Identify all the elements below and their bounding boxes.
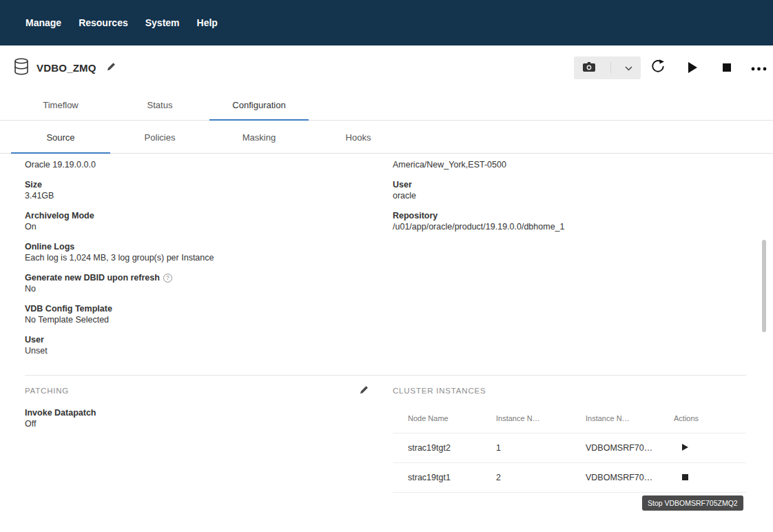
- actions-cell: [674, 463, 746, 493]
- field-value: No Template Selected: [25, 314, 369, 325]
- row-start-button[interactable]: [674, 443, 688, 453]
- snapshot-button[interactable]: [574, 57, 641, 79]
- field-value: 3.41GB: [25, 190, 369, 201]
- nav-item-system[interactable]: System: [145, 17, 180, 28]
- field-user: User Unset: [25, 334, 369, 356]
- field-timezone: America/New_York,EST-0500: [393, 159, 746, 170]
- edit-title-button[interactable]: [106, 61, 116, 74]
- field-label: VDB Config Template: [25, 303, 369, 314]
- source-details: Oracle 19.19.0.0.0 Size 3.41GB Archivelo…: [0, 154, 773, 493]
- instance-number-cell: 1: [496, 433, 586, 463]
- pencil-icon: [359, 385, 369, 398]
- field-value: Oracle 19.19.0.0.0: [25, 159, 369, 170]
- instance-number-cell: 2: [496, 463, 586, 493]
- field-oracle-version: Oracle 19.19.0.0.0: [25, 159, 369, 170]
- pencil-icon: [106, 61, 116, 74]
- start-button[interactable]: [675, 62, 710, 73]
- field-invoke-datapatch: Invoke Datapatch Off: [25, 407, 369, 429]
- vertical-scrollbar[interactable]: [762, 240, 766, 332]
- field-value: Unset: [25, 345, 369, 356]
- field-label-text: Generate new DBID upon refresh: [25, 273, 160, 283]
- tooltip: Stop VDBOMSRF705ZMQ2: [642, 495, 743, 511]
- cluster-instances-section: CLUSTER INSTANCES Node Name Instance N… …: [393, 385, 746, 493]
- column-header-instance-name: Instance N…: [586, 405, 674, 433]
- stop-button[interactable]: [710, 63, 744, 72]
- stop-icon: [682, 474, 688, 480]
- help-icon[interactable]: [163, 274, 172, 283]
- patching-header: PATCHING: [25, 385, 369, 396]
- camera-icon: [582, 61, 596, 75]
- field-label: Size: [25, 179, 369, 190]
- subtab-masking[interactable]: Masking: [209, 121, 309, 153]
- ellipsis-icon: [751, 61, 767, 74]
- main-tabs: Timeflow Status Configuration: [0, 90, 773, 121]
- more-actions-button[interactable]: [744, 61, 773, 74]
- column-header-instance-number: Instance N…: [496, 405, 586, 433]
- nav-item-help[interactable]: Help: [197, 17, 218, 28]
- field-value: Each log is 1,024 MB, 3 log group(s) per…: [25, 252, 369, 263]
- page-title: VDBO_ZMQ: [37, 62, 96, 74]
- actions-cell: [674, 433, 746, 463]
- details-left-column: Oracle 19.19.0.0.0 Size 3.41GB Archivelo…: [25, 159, 369, 365]
- refresh-button[interactable]: [641, 59, 675, 76]
- cluster-instances-table: Node Name Instance N… Instance N… Action…: [393, 405, 746, 493]
- field-label: User: [25, 334, 369, 345]
- header-left: VDBO_ZMQ: [14, 58, 116, 78]
- field-label: User: [393, 179, 746, 190]
- subtab-hooks[interactable]: Hooks: [309, 121, 408, 153]
- tab-status[interactable]: Status: [110, 90, 209, 120]
- field-value: Off: [25, 418, 369, 429]
- row-stop-button[interactable]: [674, 473, 688, 482]
- node-name-cell: strac19tgt2: [393, 433, 496, 463]
- field-generate-dbid: Generate new DBID upon refresh No: [25, 272, 369, 294]
- field-label: Generate new DBID upon refresh: [25, 272, 369, 283]
- section-title: CLUSTER INSTANCES: [393, 387, 486, 395]
- instance-name-cell: VDBOMSRF70…: [586, 463, 674, 493]
- chevron-down-icon[interactable]: [625, 61, 632, 74]
- details-right-column: America/New_York,EST-0500 User oracle Re…: [393, 159, 746, 365]
- field-vdb-config-template: VDB Config Template No Template Selected: [25, 303, 369, 325]
- cluster-instances-header: CLUSTER INSTANCES: [393, 385, 746, 396]
- section-title: PATCHING: [25, 387, 69, 395]
- stop-icon: [723, 63, 731, 72]
- bottom-sections: PATCHING Invoke Datapatch Off: [25, 375, 746, 493]
- field-value: America/New_York,EST-0500: [393, 159, 746, 170]
- table-header-row: Node Name Instance N… Instance N… Action…: [393, 405, 746, 433]
- field-value: /u01/app/oracle/product/19.19.0.0/dbhome…: [393, 221, 746, 232]
- patching-section: PATCHING Invoke Datapatch Off: [25, 385, 369, 493]
- tab-configuration[interactable]: Configuration: [209, 90, 309, 120]
- nav-item-resources[interactable]: Resources: [79, 17, 128, 28]
- field-label: Repository: [393, 210, 746, 221]
- field-env-user: User oracle: [393, 179, 746, 201]
- field-online-logs: Online Logs Each log is 1,024 MB, 3 log …: [25, 241, 369, 263]
- detail-columns: Oracle 19.19.0.0.0 Size 3.41GB Archivelo…: [0, 159, 773, 365]
- top-nav: Manage Resources System Help: [0, 0, 773, 45]
- nav-item-manage[interactable]: Manage: [25, 17, 61, 28]
- database-icon: [14, 58, 29, 78]
- divider: [610, 62, 611, 73]
- config-subtabs: Source Policies Masking Hooks: [0, 121, 773, 154]
- column-header-node-name: Node Name: [393, 405, 496, 433]
- column-header-actions: Actions: [674, 405, 746, 433]
- field-value: No: [25, 283, 369, 294]
- field-label: Online Logs: [25, 241, 369, 252]
- field-value: On: [25, 221, 369, 232]
- field-size: Size 3.41GB: [25, 179, 369, 201]
- instance-name-cell: VDBOMSRF70…: [586, 433, 674, 463]
- field-label: Invoke Datapatch: [25, 407, 369, 418]
- subtab-policies[interactable]: Policies: [110, 121, 209, 153]
- field-repository: Repository /u01/app/oracle/product/19.19…: [393, 210, 746, 232]
- edit-patching-button[interactable]: [359, 385, 369, 398]
- subtab-source[interactable]: Source: [11, 121, 110, 153]
- node-name-cell: strac19tgt1: [393, 463, 496, 493]
- table-row: strac19tgt2 1 VDBOMSRF70…: [393, 433, 746, 463]
- page: Manage Resources System Help VDBO_ZMQ: [0, 0, 773, 532]
- table-row: strac19tgt1 2 VDBOMSRF70…: [393, 463, 746, 493]
- app-header: VDBO_ZMQ: [0, 45, 773, 90]
- field-archivelog-mode: Archivelog Mode On: [25, 210, 369, 232]
- field-label: Archivelog Mode: [25, 210, 369, 221]
- play-icon: [682, 444, 688, 451]
- refresh-icon: [650, 59, 666, 76]
- tab-timeflow[interactable]: Timeflow: [11, 90, 110, 120]
- field-value: oracle: [393, 190, 746, 201]
